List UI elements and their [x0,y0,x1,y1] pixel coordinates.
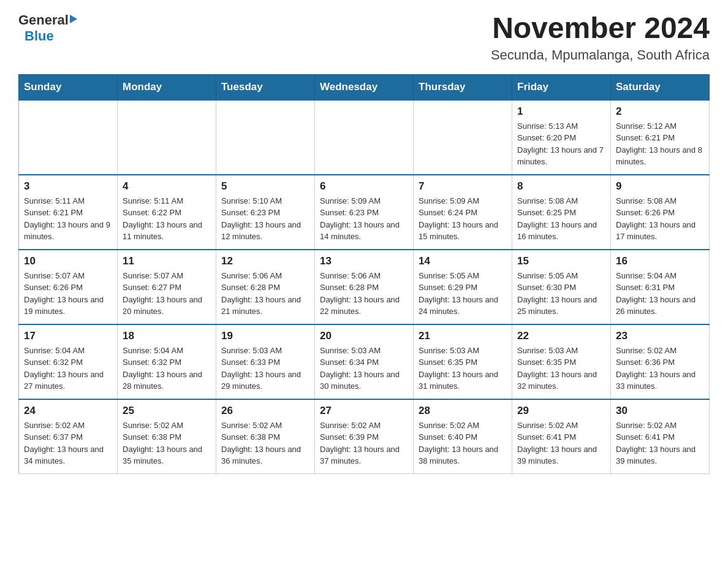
cell-sun-info: Sunrise: 5:07 AM Sunset: 6:26 PM Dayligh… [24,270,112,318]
cell-day-number: 19 [221,330,309,342]
cell-day-number: 23 [616,330,704,342]
table-row: 7Sunrise: 5:09 AM Sunset: 6:24 PM Daylig… [414,175,512,250]
cell-day-number: 20 [320,330,408,342]
calendar-week-row: 24Sunrise: 5:02 AM Sunset: 6:37 PM Dayli… [19,399,710,474]
cell-sun-info: Sunrise: 5:09 AM Sunset: 6:24 PM Dayligh… [419,195,507,243]
cell-day-number: 26 [221,405,309,417]
table-row: 14Sunrise: 5:05 AM Sunset: 6:29 PM Dayli… [414,250,512,324]
table-row: 12Sunrise: 5:06 AM Sunset: 6:28 PM Dayli… [216,250,315,324]
cell-day-number: 28 [419,405,507,417]
cell-day-number: 27 [320,405,408,417]
calendar-week-row: 3Sunrise: 5:11 AM Sunset: 6:21 PM Daylig… [19,175,710,250]
cell-sun-info: Sunrise: 5:04 AM Sunset: 6:31 PM Dayligh… [616,270,704,318]
table-row: 13Sunrise: 5:06 AM Sunset: 6:28 PM Dayli… [315,250,414,324]
cell-sun-info: Sunrise: 5:02 AM Sunset: 6:38 PM Dayligh… [221,419,309,467]
cell-sun-info: Sunrise: 5:04 AM Sunset: 6:32 PM Dayligh… [24,345,112,393]
cell-sun-info: Sunrise: 5:09 AM Sunset: 6:23 PM Dayligh… [320,195,408,243]
logo-arrow-icon [70,15,77,23]
cell-sun-info: Sunrise: 5:02 AM Sunset: 6:39 PM Dayligh… [320,419,408,467]
table-row: 9Sunrise: 5:08 AM Sunset: 6:26 PM Daylig… [611,175,710,250]
header-friday: Friday [512,74,611,100]
cell-sun-info: Sunrise: 5:11 AM Sunset: 6:22 PM Dayligh… [123,195,211,243]
cell-sun-info: Sunrise: 5:02 AM Sunset: 6:40 PM Dayligh… [419,419,507,467]
header-monday: Monday [118,74,216,100]
table-row [315,100,414,175]
cell-day-number: 21 [419,330,507,342]
table-row: 11Sunrise: 5:07 AM Sunset: 6:27 PM Dayli… [118,250,216,324]
cell-day-number: 4 [123,180,211,193]
cell-sun-info: Sunrise: 5:13 AM Sunset: 6:20 PM Dayligh… [517,120,605,168]
header-thursday: Thursday [414,74,512,100]
table-row: 21Sunrise: 5:03 AM Sunset: 6:35 PM Dayli… [414,324,512,399]
cell-day-number: 25 [123,405,211,417]
cell-sun-info: Sunrise: 5:02 AM Sunset: 6:38 PM Dayligh… [123,419,211,467]
cell-sun-info: Sunrise: 5:08 AM Sunset: 6:26 PM Dayligh… [616,195,704,243]
logo-general-text: General [18,12,69,28]
table-row: 18Sunrise: 5:04 AM Sunset: 6:32 PM Dayli… [118,324,216,399]
cell-sun-info: Sunrise: 5:02 AM Sunset: 6:41 PM Dayligh… [517,419,605,467]
cell-sun-info: Sunrise: 5:06 AM Sunset: 6:28 PM Dayligh… [221,270,309,318]
table-row: 29Sunrise: 5:02 AM Sunset: 6:41 PM Dayli… [512,399,611,474]
table-row: 25Sunrise: 5:02 AM Sunset: 6:38 PM Dayli… [118,399,216,474]
cell-day-number: 7 [419,180,507,193]
table-row: 30Sunrise: 5:02 AM Sunset: 6:41 PM Dayli… [611,399,710,474]
cell-sun-info: Sunrise: 5:02 AM Sunset: 6:41 PM Dayligh… [616,419,704,467]
calendar-title: November 2024 [491,12,710,45]
cell-sun-info: Sunrise: 5:02 AM Sunset: 6:36 PM Dayligh… [616,345,704,393]
table-row: 16Sunrise: 5:04 AM Sunset: 6:31 PM Dayli… [611,250,710,324]
cell-day-number: 14 [419,255,507,267]
cell-day-number: 11 [123,255,211,267]
cell-sun-info: Sunrise: 5:03 AM Sunset: 6:35 PM Dayligh… [517,345,605,393]
table-row: 24Sunrise: 5:02 AM Sunset: 6:37 PM Dayli… [19,399,118,474]
cell-day-number: 18 [123,330,211,342]
header-sunday: Sunday [19,74,118,100]
logo: General Blue [18,12,77,44]
table-row: 28Sunrise: 5:02 AM Sunset: 6:40 PM Dayli… [414,399,512,474]
cell-sun-info: Sunrise: 5:10 AM Sunset: 6:23 PM Dayligh… [221,195,309,243]
table-row: 20Sunrise: 5:03 AM Sunset: 6:34 PM Dayli… [315,324,414,399]
table-row: 15Sunrise: 5:05 AM Sunset: 6:30 PM Dayli… [512,250,611,324]
table-row: 5Sunrise: 5:10 AM Sunset: 6:23 PM Daylig… [216,175,315,250]
table-row: 17Sunrise: 5:04 AM Sunset: 6:32 PM Dayli… [19,324,118,399]
cell-day-number: 16 [616,255,704,267]
cell-day-number: 13 [320,255,408,267]
table-row: 3Sunrise: 5:11 AM Sunset: 6:21 PM Daylig… [19,175,118,250]
cell-sun-info: Sunrise: 5:05 AM Sunset: 6:29 PM Dayligh… [419,270,507,318]
cell-sun-info: Sunrise: 5:04 AM Sunset: 6:32 PM Dayligh… [123,345,211,393]
cell-day-number: 1 [517,105,605,118]
table-row [19,100,118,175]
cell-day-number: 22 [517,330,605,342]
cell-sun-info: Sunrise: 5:12 AM Sunset: 6:21 PM Dayligh… [616,120,704,168]
header-wednesday: Wednesday [315,74,414,100]
cell-sun-info: Sunrise: 5:02 AM Sunset: 6:37 PM Dayligh… [24,419,112,467]
table-row: 4Sunrise: 5:11 AM Sunset: 6:22 PM Daylig… [118,175,216,250]
cell-day-number: 15 [517,255,605,267]
cell-day-number: 6 [320,180,408,193]
calendar-header-row: Sunday Monday Tuesday Wednesday Thursday… [19,74,710,100]
cell-day-number: 29 [517,405,605,417]
cell-day-number: 30 [616,405,704,417]
cell-day-number: 9 [616,180,704,193]
table-row: 19Sunrise: 5:03 AM Sunset: 6:33 PM Dayli… [216,324,315,399]
cell-day-number: 24 [24,405,112,417]
calendar-week-row: 1Sunrise: 5:13 AM Sunset: 6:20 PM Daylig… [19,100,710,175]
table-row: 23Sunrise: 5:02 AM Sunset: 6:36 PM Dayli… [611,324,710,399]
cell-day-number: 2 [616,105,704,118]
cell-sun-info: Sunrise: 5:05 AM Sunset: 6:30 PM Dayligh… [517,270,605,318]
page-header: General Blue November 2024 Secunda, Mpum… [18,12,710,63]
table-row: 6Sunrise: 5:09 AM Sunset: 6:23 PM Daylig… [315,175,414,250]
cell-day-number: 3 [24,180,112,193]
cell-day-number: 10 [24,255,112,267]
calendar-subtitle: Secunda, Mpumalanga, South Africa [491,47,710,63]
table-row [414,100,512,175]
cell-sun-info: Sunrise: 5:11 AM Sunset: 6:21 PM Dayligh… [24,195,112,243]
cell-sun-info: Sunrise: 5:03 AM Sunset: 6:33 PM Dayligh… [221,345,309,393]
cell-sun-info: Sunrise: 5:06 AM Sunset: 6:28 PM Dayligh… [320,270,408,318]
cell-sun-info: Sunrise: 5:08 AM Sunset: 6:25 PM Dayligh… [517,195,605,243]
logo-blue-text: Blue [25,28,54,44]
table-row: 10Sunrise: 5:07 AM Sunset: 6:26 PM Dayli… [19,250,118,324]
cell-day-number: 17 [24,330,112,342]
calendar-week-row: 10Sunrise: 5:07 AM Sunset: 6:26 PM Dayli… [19,250,710,324]
cell-sun-info: Sunrise: 5:03 AM Sunset: 6:35 PM Dayligh… [419,345,507,393]
table-row [216,100,315,175]
